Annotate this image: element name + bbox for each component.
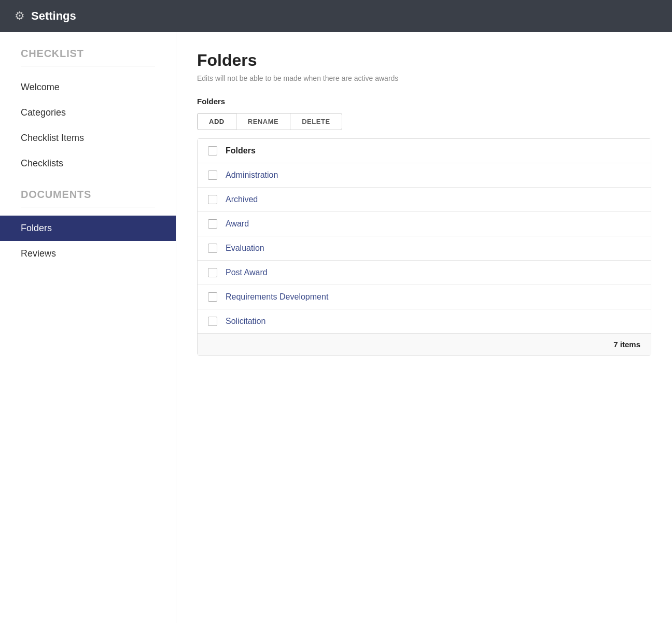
table-row: Requirements Development	[198, 285, 651, 309]
header-checkbox[interactable]	[208, 146, 217, 155]
sidebar-item-folders[interactable]: Folders	[0, 216, 176, 241]
folders-section-label: Folders	[197, 97, 651, 106]
folder-name-archived[interactable]: Archived	[226, 195, 258, 204]
delete-button[interactable]: DELETE	[290, 113, 342, 130]
table-row: Award	[198, 212, 651, 236]
sidebar-item-checklists[interactable]: Checklists	[0, 151, 176, 176]
page-subtitle: Edits will not be able to be made when t…	[197, 74, 651, 82]
add-button[interactable]: ADD	[197, 113, 236, 130]
main-content: Folders Edits will not be able to be mad…	[176, 32, 672, 623]
folder-name-solicitation[interactable]: Solicitation	[226, 317, 265, 326]
folders-toolbar: ADD RENAME DELETE	[197, 113, 651, 130]
sidebar: CHECKLIST Welcome Categories Checklist I…	[0, 32, 176, 623]
main-layout: CHECKLIST Welcome Categories Checklist I…	[0, 32, 672, 623]
row-checkbox-post-award[interactable]	[208, 268, 217, 277]
folder-name-administration[interactable]: Administration	[226, 171, 278, 180]
folder-name-award[interactable]: Award	[226, 219, 249, 229]
table-row: Post Award	[198, 261, 651, 285]
folder-name-evaluation[interactable]: Evaluation	[226, 244, 264, 253]
sidebar-item-reviews[interactable]: Reviews	[0, 241, 176, 266]
table-row: Evaluation	[198, 236, 651, 261]
folder-name-requirements-development[interactable]: Requirements Development	[226, 292, 328, 302]
table-row: Solicitation	[198, 309, 651, 334]
table-header-row: Folders	[198, 139, 651, 163]
row-checkbox-requirements-development[interactable]	[208, 292, 217, 302]
sidebar-item-checklist-items[interactable]: Checklist Items	[0, 125, 176, 151]
table-row: Archived	[198, 188, 651, 212]
row-checkbox-solicitation[interactable]	[208, 317, 217, 326]
row-checkbox-evaluation[interactable]	[208, 244, 217, 253]
items-count: 7 items	[613, 340, 640, 349]
gear-icon: ⚙	[15, 9, 25, 23]
row-checkbox-administration[interactable]	[208, 171, 217, 180]
app-header: ⚙ Settings	[0, 0, 672, 32]
rename-button[interactable]: RENAME	[236, 113, 290, 130]
sidebar-section-documents: DOCUMENTS	[0, 189, 176, 207]
row-checkbox-award[interactable]	[208, 219, 217, 229]
sidebar-divider-checklist	[21, 66, 155, 66]
folders-table: Folders Administration Archived Award Ev…	[197, 138, 651, 356]
app-title: Settings	[31, 9, 76, 23]
row-checkbox-archived[interactable]	[208, 195, 217, 204]
sidebar-divider-documents	[21, 207, 155, 207]
sidebar-item-categories[interactable]: Categories	[0, 100, 176, 125]
table-row: Administration	[198, 163, 651, 188]
page-title: Folders	[197, 51, 651, 70]
folder-name-post-award[interactable]: Post Award	[226, 268, 268, 277]
table-footer: 7 items	[198, 334, 651, 355]
sidebar-item-welcome[interactable]: Welcome	[0, 75, 176, 100]
sidebar-section-checklist: CHECKLIST	[0, 48, 176, 66]
table-header-label: Folders	[226, 146, 256, 155]
